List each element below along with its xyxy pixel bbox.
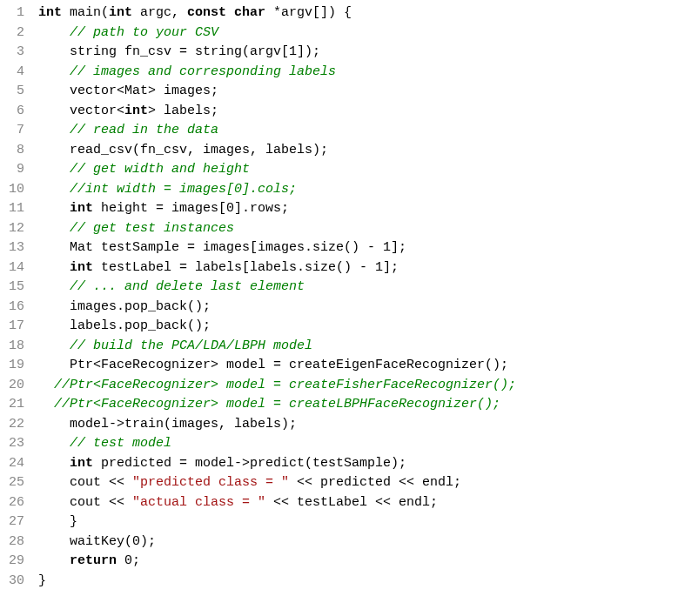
keyword-token: int xyxy=(70,456,93,471)
line-number-gutter: 1234567891011121314151617181920212223242… xyxy=(0,0,31,594)
code-token: Ptr<FaceRecognizer> model = createEigenF… xyxy=(70,358,508,372)
line-number: 14 xyxy=(3,258,24,278)
keyword-token: int xyxy=(109,5,132,20)
comment-token: //Ptr<FaceRecognizer> model = createLBPH… xyxy=(54,397,500,412)
comment-token: // path to your CSV xyxy=(70,25,218,40)
code-token: height = images[0].rows; xyxy=(93,201,289,216)
code-line: //int width = images[0].cols; xyxy=(38,180,516,200)
line-number: 22 xyxy=(3,415,24,435)
line-number: 25 xyxy=(3,473,24,493)
code-token: vector< xyxy=(70,104,124,118)
code-line: } xyxy=(38,512,516,532)
code-token: argc, xyxy=(132,5,187,20)
code-token: } xyxy=(38,573,46,588)
code-line: waitKey(0); xyxy=(38,532,516,552)
comment-token: // get width and height xyxy=(70,162,250,177)
line-number: 19 xyxy=(3,356,24,376)
code-line: read_csv(fn_csv, images, labels); xyxy=(38,141,516,161)
code-line: Mat testSample = images[images.size() - … xyxy=(38,238,516,258)
line-number: 24 xyxy=(3,454,24,474)
code-line: Ptr<FaceRecognizer> model = createEigenF… xyxy=(38,356,516,376)
code-token: cout << xyxy=(70,495,132,510)
code-token: main( xyxy=(62,5,109,20)
code-line: // images and corresponding labels xyxy=(38,63,516,83)
code-line: int predicted = model->predict(testSampl… xyxy=(38,454,516,474)
code-line: images.pop_back(); xyxy=(38,298,516,318)
line-number: 11 xyxy=(3,199,24,219)
code-line: vector<Mat> images; xyxy=(38,82,516,102)
code-token: << predicted << endl; xyxy=(289,475,461,490)
code-token: Mat testSample = images[images.size() - … xyxy=(70,240,406,255)
line-number: 15 xyxy=(3,278,24,298)
code-line: // get width and height xyxy=(38,160,516,180)
code-token: string fn_csv = string(argv[1]); xyxy=(70,44,320,59)
code-line: cout << "actual class = " << testLabel <… xyxy=(38,493,516,513)
code-line: int main(int argc, const char *argv[]) { xyxy=(38,3,516,23)
comment-token: // images and corresponding labels xyxy=(70,64,336,79)
code-line: // ... and delete last element xyxy=(38,278,516,298)
code-token: << testLabel << endl; xyxy=(265,495,438,510)
comment-token: // test model xyxy=(70,436,171,451)
code-token: > labels; xyxy=(148,104,218,118)
line-number: 16 xyxy=(3,298,24,318)
code-token: model->train(images, labels); xyxy=(70,417,297,432)
code-line: labels.pop_back(); xyxy=(38,317,516,337)
code-token: } xyxy=(70,514,77,529)
code-token: vector<Mat> images; xyxy=(70,84,218,98)
code-line: } xyxy=(38,572,516,592)
line-number: 6 xyxy=(3,102,24,122)
string-token: "predicted class = " xyxy=(132,475,289,490)
code-line: cout << "predicted class = " << predicte… xyxy=(38,473,516,493)
comment-token: // read in the data xyxy=(70,123,218,137)
code-line: int height = images[0].rows; xyxy=(38,199,516,219)
code-editor: 1234567891011121314151617181920212223242… xyxy=(0,0,698,594)
line-number: 4 xyxy=(3,63,24,83)
line-number: 10 xyxy=(3,180,24,200)
line-number: 12 xyxy=(3,219,24,239)
keyword-token: char xyxy=(234,5,265,20)
line-number: 29 xyxy=(3,552,24,572)
code-token: testLabel = labels[labels.size() - 1]; xyxy=(93,260,399,275)
line-number: 9 xyxy=(3,160,24,180)
code-line: vector<int> labels; xyxy=(38,102,516,122)
code-line: // test model xyxy=(38,434,516,454)
code-token: *argv[]) { xyxy=(265,5,352,20)
code-line: int testLabel = labels[labels.size() - 1… xyxy=(38,258,516,278)
code-token xyxy=(226,5,234,20)
comment-token: //int width = images[0].cols; xyxy=(70,182,297,197)
code-line: // read in the data xyxy=(38,121,516,141)
keyword-token: int xyxy=(124,104,148,118)
code-token: read_csv(fn_csv, images, labels); xyxy=(70,143,328,157)
line-number: 2 xyxy=(3,23,24,44)
code-line: // get test instances xyxy=(38,219,516,239)
comment-token: // ... and delete last element xyxy=(70,279,305,294)
code-token: images.pop_back(); xyxy=(70,299,211,314)
line-number: 5 xyxy=(3,82,24,102)
comment-token: // get test instances xyxy=(70,221,234,236)
code-line: //Ptr<FaceRecognizer> model = createLBPH… xyxy=(38,395,516,415)
comment-token: //Ptr<FaceRecognizer> model = createFish… xyxy=(54,378,516,392)
line-number: 13 xyxy=(3,238,24,258)
code-line: // build the PCA/LDA/LBPH model xyxy=(38,337,516,357)
code-token: cout << xyxy=(70,475,132,490)
line-number: 23 xyxy=(3,434,24,454)
code-line: string fn_csv = string(argv[1]); xyxy=(38,43,516,63)
code-area: int main(int argc, const char *argv[]) {… xyxy=(31,0,523,594)
keyword-token: int xyxy=(70,260,93,275)
code-token: labels.pop_back(); xyxy=(70,318,211,333)
line-number: 3 xyxy=(3,43,24,63)
keyword-token: int xyxy=(70,201,93,216)
line-number: 28 xyxy=(3,532,24,552)
comment-token: // build the PCA/LDA/LBPH model xyxy=(70,338,312,353)
keyword-token: return xyxy=(70,553,117,568)
code-line: return 0; xyxy=(38,552,516,572)
code-token: waitKey(0); xyxy=(70,534,156,549)
keyword-token: int xyxy=(38,5,62,20)
code-line: model->train(images, labels); xyxy=(38,415,516,435)
line-number: 30 xyxy=(3,572,24,592)
line-number: 7 xyxy=(3,121,24,141)
line-number: 8 xyxy=(3,141,24,161)
line-number: 27 xyxy=(3,512,24,532)
line-number: 17 xyxy=(3,317,24,337)
line-number: 1 xyxy=(3,3,24,23)
